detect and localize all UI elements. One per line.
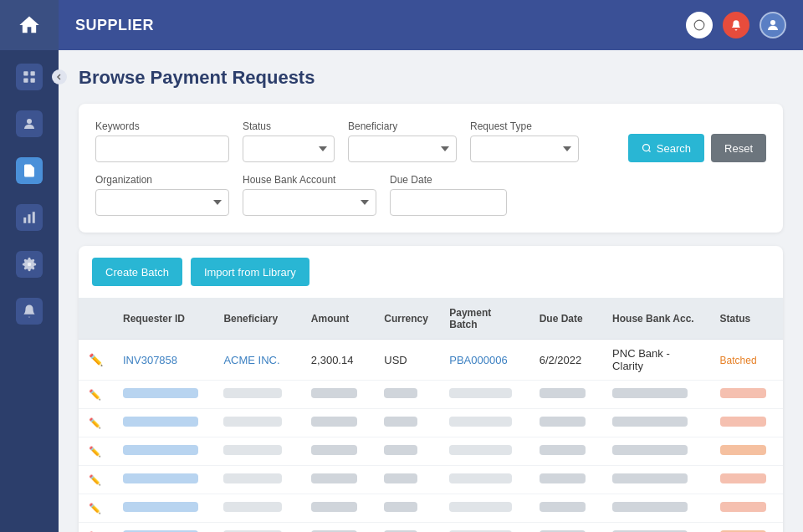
skeleton-requester — [123, 473, 198, 483]
edit-icon[interactable]: ✏️ — [89, 446, 101, 458]
skeleton-requester — [123, 417, 198, 427]
col-duedate-header: Due Date — [529, 299, 602, 340]
edit-icon[interactable]: ✏️ — [89, 503, 101, 514]
skeleton-hbank — [612, 388, 688, 398]
skeleton-batch — [449, 388, 512, 398]
document-icon — [22, 163, 37, 178]
sidebar-icon-2 — [16, 110, 43, 137]
sidebar-icon-1 — [16, 64, 43, 90]
table-row: ✏️ — [79, 437, 783, 466]
table-row: ✏️ — [79, 466, 783, 494]
sidebar-home-button[interactable] — [0, 0, 59, 50]
skeleton-date — [540, 388, 586, 398]
col-amount-header: Amount — [301, 299, 374, 340]
skeleton-status — [720, 502, 766, 512]
skeleton-currency — [384, 445, 417, 455]
house-bank-row1: PNC Bank - Clarity — [602, 340, 709, 381]
col-edit-header — [79, 299, 113, 340]
house-bank-select[interactable] — [243, 189, 376, 216]
request-type-label: Request Type — [470, 120, 579, 132]
svg-rect-0 — [23, 71, 28, 75]
skeleton-amount — [311, 388, 357, 398]
svg-rect-9 — [33, 212, 35, 223]
requester-id-row1[interactable]: INV307858 — [123, 354, 177, 366]
payment-batch-row1[interactable]: PBA000006 — [449, 354, 507, 366]
svg-rect-2 — [23, 79, 28, 83]
sidebar-collapse-toggle[interactable] — [0, 54, 59, 100]
sidebar-item-5[interactable] — [0, 241, 59, 288]
skeleton-batch — [449, 473, 512, 483]
organization-label: Organization — [95, 174, 229, 186]
sidebar-item-4[interactable] — [0, 194, 59, 241]
bell-icon — [22, 304, 37, 319]
filter-card: Keywords Status Beneficiary Request Type — [79, 104, 783, 233]
sidebar-icon-4 — [16, 204, 43, 231]
sidebar-item-documents[interactable] — [0, 147, 59, 194]
col-status-header: Status — [710, 299, 783, 340]
status-badge-row1: Batched — [720, 355, 757, 366]
organization-select[interactable] — [95, 189, 229, 216]
header-notification-btn[interactable] — [723, 12, 749, 38]
skeleton-currency — [384, 473, 417, 483]
sidebar-collapse-btn[interactable] — [52, 69, 67, 84]
skeleton-currency — [384, 388, 417, 398]
sidebar-icon-5 — [16, 251, 43, 278]
skeleton-date — [540, 417, 586, 427]
edit-icon[interactable]: ✏️ — [89, 417, 101, 429]
skeleton-status — [720, 473, 766, 483]
circle-btn-icon — [693, 19, 705, 31]
sidebar-item-2[interactable] — [0, 100, 59, 147]
beneficiary-label: Beneficiary — [348, 120, 457, 132]
table-toolbar: Create Batch Import from Library — [79, 246, 783, 299]
person-icon — [22, 116, 37, 131]
skeleton-benef — [223, 388, 282, 398]
keywords-input[interactable] — [95, 136, 229, 162]
skeleton-currency — [384, 417, 417, 427]
svg-rect-7 — [23, 217, 26, 223]
due-date-label: Due Date — [390, 174, 507, 186]
skeleton-requester — [123, 388, 198, 398]
create-batch-button[interactable]: Create Batch — [92, 258, 182, 286]
edit-icon-row1[interactable]: ✏️ — [89, 353, 103, 366]
table-row: ✏️ — [79, 494, 783, 523]
header-circle-btn[interactable] — [686, 12, 713, 38]
page-title: Browse Payment Requests — [79, 67, 783, 89]
status-select[interactable] — [243, 136, 335, 162]
beneficiary-select[interactable] — [348, 136, 457, 162]
skeleton-amount — [311, 417, 357, 427]
filter-due-date: Due Date — [390, 174, 507, 216]
col-batch-header: Payment Batch — [439, 299, 529, 340]
filter-status: Status — [243, 120, 335, 162]
svg-rect-3 — [31, 79, 35, 83]
skeleton-amount — [311, 473, 357, 483]
svg-point-12 — [770, 20, 775, 25]
header-avatar-btn[interactable] — [760, 12, 786, 38]
request-type-select[interactable] — [470, 136, 579, 162]
sidebar-icon-6 — [16, 298, 43, 325]
beneficiary-row1[interactable]: ACME INC. — [223, 354, 279, 366]
chart-icon — [22, 210, 37, 225]
table-header-row: Requester ID Beneficiary Amount Currency… — [79, 299, 783, 340]
sidebar — [0, 0, 59, 532]
edit-icon[interactable]: ✏️ — [89, 389, 101, 401]
col-beneficiary-header: Beneficiary — [213, 299, 300, 340]
skeleton-status — [720, 388, 766, 398]
edit-icon[interactable]: ✏️ — [89, 474, 101, 486]
reset-button[interactable]: Reset — [711, 134, 766, 162]
table-card: Create Batch Import from Library Request… — [79, 246, 783, 532]
svg-rect-1 — [31, 71, 35, 75]
skeleton-batch — [449, 502, 512, 512]
skeleton-benef — [223, 473, 282, 483]
table-row: ✏️ — [79, 381, 783, 409]
status-label: Status — [243, 120, 335, 132]
due-date-input[interactable] — [390, 189, 507, 216]
header: SUPPLIER — [59, 0, 803, 50]
search-button[interactable]: Search — [628, 134, 704, 162]
import-library-button[interactable]: Import from Library — [191, 258, 309, 286]
sidebar-item-6[interactable] — [0, 288, 59, 335]
payment-requests-table: Requester ID Beneficiary Amount Currency… — [79, 299, 783, 532]
svg-rect-8 — [28, 214, 31, 223]
skeleton-date — [540, 502, 586, 512]
currency-row1: USD — [374, 340, 439, 381]
filter-keywords: Keywords — [95, 120, 229, 162]
